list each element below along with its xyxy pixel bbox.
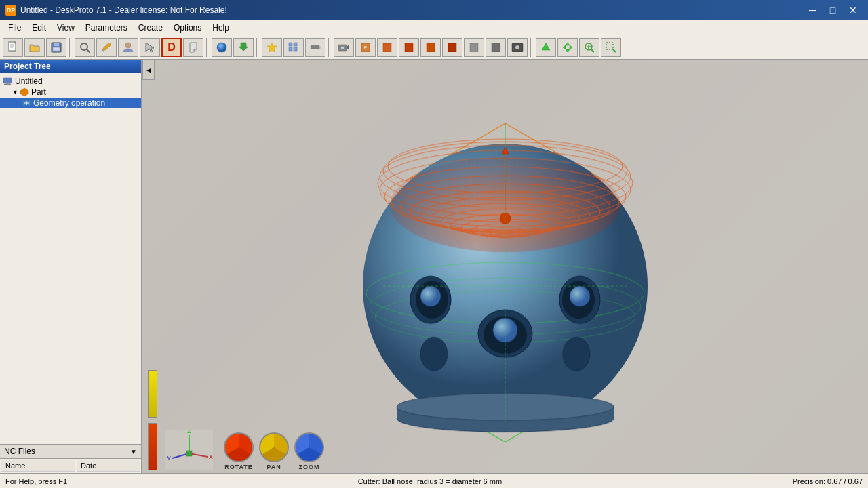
select-button[interactable]	[140, 38, 160, 57]
tree-item-untitled[interactable]: Untitled	[0, 76, 141, 87]
render-photo-button[interactable]	[507, 38, 528, 57]
svg-rect-34	[492, 43, 500, 52]
sphere-button[interactable]	[212, 38, 232, 57]
nc-files-panel: NC Files ▼ Name Date	[0, 444, 141, 473]
svg-marker-12	[194, 49, 197, 52]
svg-marker-39	[566, 49, 570, 52]
pan-label: PAN	[267, 464, 281, 470]
svg-marker-51	[20, 88, 28, 96]
svg-rect-48	[3, 78, 12, 83]
menu-create[interactable]: Create	[133, 22, 168, 34]
zoom-control: ZOOM	[294, 432, 324, 470]
project-tree-header: Project Tree	[0, 60, 141, 73]
view-render-button[interactable]	[486, 38, 506, 57]
svg-point-26	[341, 46, 344, 49]
open-button[interactable]	[24, 38, 45, 57]
pan-button[interactable]	[259, 432, 289, 462]
nc-files-table: Name Date	[0, 459, 141, 473]
menu-file[interactable]: File	[3, 22, 26, 34]
svg-point-87	[420, 337, 448, 371]
svg-rect-33	[470, 43, 478, 52]
tree-item-part[interactable]: ▼ Part	[0, 87, 141, 98]
sep3	[256, 38, 259, 57]
zoom-fit-button[interactable]	[579, 38, 599, 57]
nav-move-button[interactable]	[557, 38, 578, 57]
3d-viewport-model[interactable]	[329, 76, 682, 442]
person-button[interactable]	[118, 38, 138, 57]
find-button[interactable]	[75, 38, 95, 57]
import-button[interactable]	[183, 38, 203, 57]
svg-rect-15	[289, 43, 292, 46]
menu-edit[interactable]: Edit	[26, 22, 52, 34]
svg-point-91	[570, 286, 590, 306]
rotate-button[interactable]	[224, 432, 254, 462]
camera-button[interactable]	[334, 38, 354, 57]
statusbar: For Help, press F1 Cutter: Ball nose, ra…	[0, 473, 868, 488]
svg-line-47	[612, 49, 616, 52]
grid-button[interactable]	[283, 38, 304, 57]
light-button[interactable]	[262, 38, 282, 57]
zoom-label: ZOOM	[299, 464, 320, 470]
view-front-button[interactable]: F	[355, 38, 376, 57]
restore-button[interactable]: □	[823, 3, 842, 18]
sep2	[206, 38, 209, 57]
nc-files-header[interactable]: NC Files ▼	[0, 445, 141, 459]
svg-marker-41	[570, 45, 572, 49]
svg-line-43	[591, 49, 594, 52]
tree-label-geometry: Geometry operation	[33, 98, 105, 108]
menu-options[interactable]: Options	[168, 22, 207, 34]
nc-col-date: Date	[77, 460, 140, 472]
minimize-button[interactable]: ─	[803, 3, 822, 18]
toolbar: D F	[0, 35, 868, 60]
view-back-button[interactable]	[420, 38, 441, 57]
app-logo: DP	[5, 5, 16, 16]
close-button[interactable]: ✕	[844, 3, 863, 18]
nc-col-name: Name	[1, 460, 75, 472]
zoom-region-button[interactable]	[601, 38, 621, 57]
view-bottom-button[interactable]	[442, 38, 462, 57]
nav-up-button[interactable]	[536, 38, 556, 57]
status-cutter: Cutter: Ball nose, radius 3 = diameter 6…	[358, 477, 502, 485]
edit-button[interactable]	[96, 38, 117, 57]
menu-help[interactable]: Help	[207, 22, 235, 34]
svg-point-13	[217, 43, 226, 52]
status-help: For Help, press F1	[5, 477, 67, 485]
svg-marker-38	[566, 43, 570, 45]
measure-button[interactable]	[305, 38, 326, 57]
status-precision: Precision: 0.67 / 0.67	[793, 477, 863, 485]
new-button[interactable]	[3, 38, 23, 57]
tree-label-untitled: Untitled	[15, 77, 43, 86]
svg-rect-29	[383, 43, 391, 52]
d-tool-button[interactable]: D	[161, 38, 182, 57]
left-panel: Project Tree Untitled ▼ Part	[0, 60, 142, 473]
sep5	[530, 38, 533, 57]
collapse-sidebar-button[interactable]: ◄	[142, 60, 155, 80]
view-iso-button[interactable]	[464, 38, 484, 57]
yellow-indicator	[148, 370, 157, 418]
export-button[interactable]	[233, 38, 254, 57]
svg-rect-50	[4, 84, 11, 85]
tree-item-geometry[interactable]: Geometry operation	[0, 98, 141, 108]
view-side-button[interactable]	[399, 38, 419, 57]
svg-marker-37	[542, 43, 550, 50]
bottom-toolbar: X Y Z ROTATE PAN	[142, 365, 330, 473]
svg-rect-16	[294, 43, 297, 46]
view-top-button[interactable]	[377, 38, 397, 57]
menu-parameters[interactable]: Parameters	[80, 22, 133, 34]
svg-rect-6	[54, 43, 59, 46]
canvas-area[interactable]: ◄	[142, 60, 868, 473]
svg-text:Z: Z	[187, 430, 191, 434]
titlebar-left: DP Untitled - DeskProto 7.1 - Dealer lic…	[5, 5, 227, 16]
svg-point-90	[420, 286, 441, 306]
titlebar-controls: ─ □ ✕	[803, 3, 863, 18]
svg-rect-7	[53, 47, 60, 51]
zoom-button[interactable]	[294, 432, 324, 462]
part-icon	[20, 87, 29, 97]
svg-point-88	[563, 337, 590, 371]
project-tree-content: Untitled ▼ Part Geometry operation	[0, 73, 141, 444]
save-button[interactable]	[46, 38, 66, 57]
svg-point-36	[515, 45, 519, 49]
svg-rect-30	[405, 43, 413, 52]
tree-arrow-part[interactable]: ▼	[12, 89, 18, 96]
menu-view[interactable]: View	[52, 22, 80, 34]
